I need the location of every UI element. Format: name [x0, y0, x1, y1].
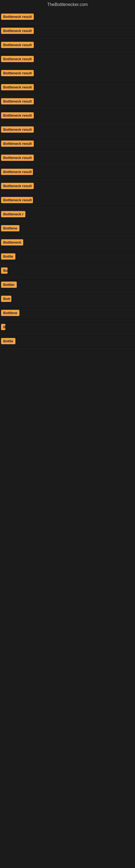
- bottleneck-badge[interactable]: Bottleneck result: [1, 126, 34, 133]
- result-row: Bottleneck result: [0, 151, 135, 165]
- bottleneck-badge[interactable]: Bottlene: [1, 225, 19, 231]
- result-row: Bottlene: [0, 222, 135, 236]
- bottleneck-badge[interactable]: Bottleneck result: [1, 169, 33, 175]
- bottleneck-badge[interactable]: Bottleneck result: [1, 84, 34, 90]
- result-row: Bottlene: [0, 307, 135, 321]
- result-row: Bottle: [0, 250, 135, 264]
- result-row: Bottleneck result: [0, 53, 135, 67]
- bottleneck-badge[interactable]: Bottleneck result: [1, 13, 34, 20]
- result-row: Bottleneck result: [0, 165, 135, 180]
- result-row: Bottleneck result: [0, 10, 135, 24]
- result-row: Bottleneck result: [0, 24, 135, 38]
- result-row: Bott: [0, 292, 135, 307]
- bottleneck-badge[interactable]: Bottleneck result: [1, 28, 34, 34]
- bottleneck-badge[interactable]: Bott: [1, 296, 11, 302]
- bottleneck-badge[interactable]: Bottleneck result: [1, 56, 34, 62]
- bottleneck-badge[interactable]: Bottleneck result: [1, 197, 33, 203]
- result-row: Bottler: [0, 278, 135, 292]
- result-row: Bottle: [0, 335, 135, 349]
- bottleneck-badge[interactable]: Bottleneck r: [1, 211, 26, 217]
- result-row: Bottleneck result: [0, 180, 135, 194]
- result-row: Bottleneck result: [0, 137, 135, 151]
- bottleneck-badge[interactable]: Bottler: [1, 282, 17, 288]
- result-row: Bo: [0, 264, 135, 278]
- result-row: Bottleneck r: [0, 208, 135, 222]
- bottleneck-badge[interactable]: Bottleneck result: [1, 98, 34, 104]
- bottleneck-badge[interactable]: Bottle: [1, 338, 15, 344]
- result-row: B: [0, 321, 135, 335]
- bottleneck-badge[interactable]: Bottleneck result: [1, 70, 34, 76]
- result-row: Bottleneck result: [0, 81, 135, 95]
- bottleneck-badge[interactable]: Bottleneck: [1, 239, 23, 246]
- result-row: Bottleneck result: [0, 123, 135, 137]
- bottleneck-badge[interactable]: B: [1, 324, 5, 330]
- bottleneck-badge[interactable]: Bottleneck result: [1, 141, 34, 147]
- bottleneck-badge[interactable]: Bottleneck result: [1, 155, 34, 161]
- result-row: Bottleneck result: [0, 95, 135, 109]
- bottleneck-badge[interactable]: Bo: [1, 268, 8, 274]
- result-row: Bottleneck result: [0, 109, 135, 123]
- result-row: Bottleneck result: [0, 194, 135, 208]
- result-row: Bottleneck: [0, 236, 135, 250]
- bottleneck-badge[interactable]: Bottle: [1, 253, 15, 259]
- badges-list: Bottleneck resultBottleneck resultBottle…: [0, 10, 135, 349]
- result-row: Bottleneck result: [0, 67, 135, 81]
- result-row: Bottleneck result: [0, 38, 135, 53]
- site-title: TheBottlenecker.com: [0, 0, 135, 10]
- bottleneck-badge[interactable]: Bottlene: [1, 310, 19, 316]
- bottleneck-badge[interactable]: Bottleneck result: [1, 183, 34, 189]
- bottleneck-badge[interactable]: Bottleneck result: [1, 112, 34, 119]
- bottleneck-badge[interactable]: Bottleneck result: [1, 42, 34, 48]
